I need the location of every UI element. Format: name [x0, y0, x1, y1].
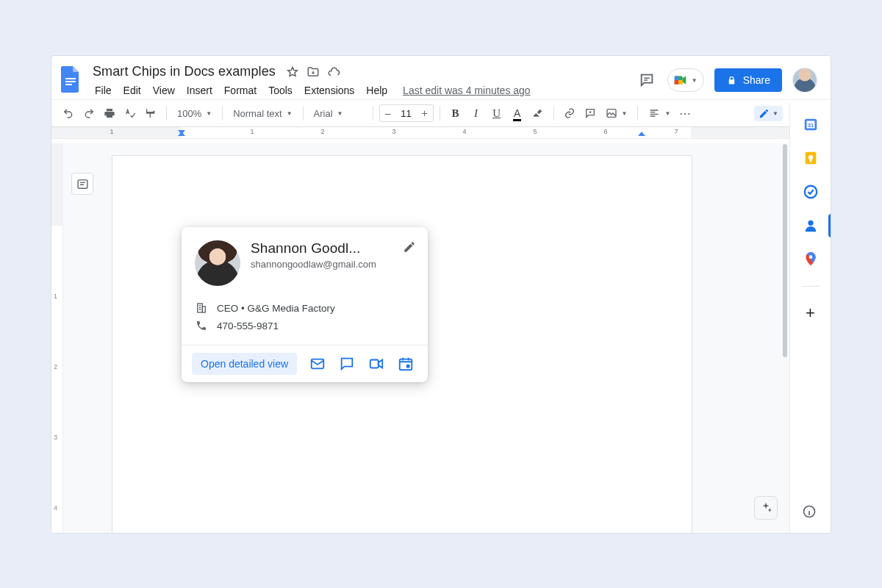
header: Smart Chips in Docs examples File Edit V… [51, 56, 831, 99]
insert-link-button[interactable] [560, 104, 579, 123]
lock-icon [726, 75, 737, 86]
more-tools-button[interactable]: ⋯ [676, 104, 695, 123]
ruler-number: 6 [603, 128, 607, 135]
svg-point-22 [808, 220, 813, 226]
keep-app-button[interactable] [802, 149, 820, 167]
editing-mode-button[interactable]: ▼ [754, 106, 783, 121]
comment-history-icon[interactable] [637, 70, 657, 90]
chevron-down-icon: ▼ [337, 110, 343, 117]
zoom-select[interactable]: 100%▼ [173, 104, 216, 123]
svg-rect-1 [65, 81, 76, 82]
menu-extensions[interactable]: Extensions [299, 82, 359, 99]
menu-help[interactable]: Help [361, 82, 392, 99]
docs-logo-icon[interactable] [57, 62, 84, 97]
add-comment-button[interactable] [581, 104, 600, 123]
video-icon [368, 356, 384, 372]
start-video-call-button[interactable] [368, 355, 385, 373]
menu-insert[interactable]: Insert [182, 82, 218, 99]
phone-icon [195, 320, 208, 331]
menu-format[interactable]: Format [219, 82, 262, 99]
paint-format-button[interactable] [141, 104, 160, 123]
last-edit-link[interactable]: Last edit was 4 minutes ago [403, 82, 531, 99]
separator [303, 106, 304, 121]
left-indent-marker[interactable] [178, 132, 185, 136]
calendar-icon: 31 [803, 116, 819, 132]
menu-tools[interactable]: Tools [263, 82, 298, 99]
chevron-down-icon: ▼ [287, 110, 293, 117]
font-size-decrease[interactable]: – [380, 107, 396, 119]
send-email-button[interactable] [309, 355, 326, 373]
meet-button[interactable]: ▼ [667, 68, 704, 92]
calendar-app-button[interactable]: 31 [802, 115, 820, 133]
undo-button[interactable] [59, 104, 78, 123]
text-color-button[interactable]: A [508, 104, 527, 123]
side-panel-info-button[interactable] [801, 503, 817, 520]
print-button[interactable] [100, 104, 119, 123]
vertical-ruler[interactable]: 1 2 3 4 [51, 143, 63, 533]
person-icon [803, 218, 819, 234]
person-role-row: CEO • G&G Media Factory [195, 299, 415, 317]
chat-icon [339, 356, 355, 372]
highlight-button[interactable] [528, 104, 548, 123]
get-addons-button[interactable]: + [802, 304, 820, 322]
ruler-number: 4 [462, 128, 466, 135]
company-icon [195, 302, 208, 314]
ruler-number: 5 [533, 128, 537, 135]
chevron-down-icon: ▼ [772, 110, 778, 117]
document-title[interactable]: Smart Chips in Docs examples [90, 63, 279, 80]
cloud-status-icon[interactable] [327, 65, 340, 79]
send-message-button[interactable] [338, 355, 356, 373]
font-size-increase[interactable]: + [417, 107, 433, 119]
tasks-app-button[interactable] [802, 183, 820, 201]
font-size-value[interactable]: 11 [396, 108, 417, 119]
redo-button[interactable] [79, 104, 98, 123]
scrollbar[interactable] [781, 144, 789, 365]
menu-bar: File Edit View Insert Format Tools Exten… [90, 82, 531, 99]
meet-icon [673, 72, 689, 88]
schedule-event-button[interactable] [397, 355, 415, 373]
star-icon[interactable] [286, 65, 299, 79]
maps-app-button[interactable] [802, 251, 820, 268]
keep-icon [803, 150, 819, 166]
contacts-app-button[interactable] [802, 217, 820, 234]
person-phone-row: 470-555-9871 [195, 317, 415, 334]
share-label: Share [743, 74, 770, 86]
align-button[interactable]: ▼ [644, 104, 675, 123]
explore-icon [759, 501, 772, 514]
menu-edit[interactable]: Edit [118, 82, 146, 99]
right-indent-marker[interactable] [638, 132, 645, 136]
menu-view[interactable]: View [148, 82, 180, 99]
explore-button[interactable] [754, 496, 778, 520]
move-folder-icon[interactable] [306, 65, 320, 79]
document-outline-button[interactable] [71, 173, 93, 195]
spellcheck-button[interactable] [121, 104, 140, 123]
separator [440, 106, 440, 121]
person-name: Shannon Goodl... [251, 240, 376, 257]
ruler-number: 2 [320, 128, 324, 135]
svg-rect-0 [65, 78, 76, 79]
horizontal-ruler[interactable]: 1 1 2 3 4 5 6 7 [51, 127, 831, 139]
svg-rect-14 [406, 365, 410, 368]
person-card-popover: Shannon Goodl... shannongoodlaw@gmail.co… [182, 227, 428, 382]
header-right: ▼ Share [637, 62, 822, 93]
account-avatar[interactable] [792, 68, 817, 93]
paragraph-style-select[interactable]: Normal text▼ [229, 104, 296, 123]
ruler-number: 7 [674, 128, 678, 135]
person-role: CEO • G&G Media Factory [217, 303, 335, 314]
scrollbar-thumb[interactable] [783, 144, 787, 357]
bold-button[interactable]: B [446, 104, 465, 123]
svg-rect-2 [65, 84, 72, 85]
share-button[interactable]: Share [714, 68, 782, 92]
person-email: shannongoodlaw@gmail.com [251, 259, 376, 270]
side-panel: 31 + [789, 104, 831, 533]
menu-file[interactable]: File [90, 82, 117, 99]
ruler-number: 3 [392, 128, 395, 135]
italic-button[interactable]: I [467, 104, 486, 123]
open-detailed-view-button[interactable]: Open detailed view [192, 353, 297, 375]
ruler-number: 1 [250, 128, 254, 135]
underline-button[interactable]: U [487, 104, 506, 123]
font-select[interactable]: Arial▼ [309, 104, 367, 123]
edit-contact-button[interactable] [403, 240, 416, 254]
insert-image-button[interactable]: ▼ [601, 104, 632, 123]
toolbar: 100%▼ Normal text▼ Arial▼ – 11 + B I U A… [51, 99, 831, 127]
